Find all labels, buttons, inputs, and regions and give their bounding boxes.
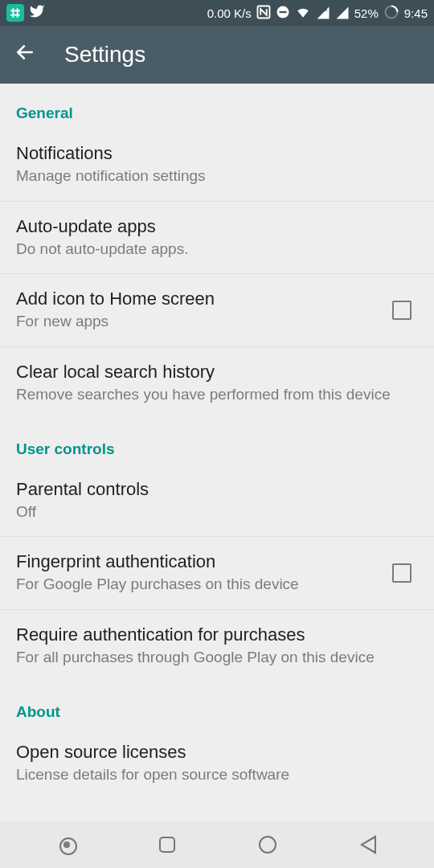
- app-notification-icon: [6, 4, 24, 22]
- netspeed-text: 0.00 K/s: [207, 6, 252, 20]
- svg-rect-1: [17, 8, 18, 18]
- setting-subtitle: Remove searches you have performed from …: [16, 385, 418, 405]
- nav-back-button[interactable]: [358, 834, 379, 855]
- setting-subtitle: Off: [16, 502, 418, 522]
- setting-title: Clear local search history: [16, 362, 418, 383]
- signal-nodata-icon: ×: [316, 6, 330, 20]
- nfc-icon: [256, 5, 271, 22]
- section-general: General: [0, 84, 434, 129]
- setting-add-icon-home[interactable]: Add icon to Home screen For new apps: [0, 274, 434, 347]
- signal-icon: [335, 6, 350, 20]
- battery-percent: 52%: [354, 6, 379, 20]
- status-bar: 0.00 K/s × 52% 9:45: [0, 0, 434, 26]
- setting-title: Fingerprint authentication: [16, 551, 392, 572]
- clock-text: 9:45: [404, 6, 428, 20]
- checkbox-unchecked[interactable]: [392, 301, 411, 320]
- settings-list: General Notifications Manage notificatio…: [0, 84, 434, 800]
- setting-subtitle: For new apps: [16, 312, 392, 332]
- wifi-icon: [295, 5, 311, 22]
- setting-subtitle: For all purchases through Google Play on…: [16, 648, 418, 668]
- setting-notifications[interactable]: Notifications Manage notification settin…: [0, 129, 434, 202]
- triangle-left-icon: [360, 835, 376, 854]
- setting-title: Open source licenses: [16, 742, 418, 763]
- setting-require-auth-purchases[interactable]: Require authentication for purchases For…: [0, 610, 434, 682]
- loading-circle-icon: [383, 4, 399, 23]
- setting-title: Require authentication for purchases: [16, 624, 418, 645]
- setting-subtitle: Manage notification settings: [16, 166, 418, 186]
- section-about: About: [0, 682, 434, 727]
- dot-circle-icon: [63, 841, 70, 848]
- setting-title: Parental controls: [16, 479, 418, 500]
- circle-icon: [259, 836, 276, 854]
- twitter-icon: [29, 3, 45, 23]
- nav-home-button[interactable]: [257, 834, 278, 855]
- nav-recents-button[interactable]: [157, 834, 178, 855]
- setting-subtitle: For Google Play purchases on this device: [16, 575, 392, 595]
- section-user-controls: User controls: [0, 420, 434, 465]
- svg-text:×: ×: [324, 6, 327, 14]
- setting-clear-search-history[interactable]: Clear local search history Remove search…: [0, 347, 434, 420]
- nav-extra-button[interactable]: [56, 834, 77, 855]
- svg-rect-2: [10, 10, 20, 12]
- square-icon: [159, 837, 175, 853]
- setting-title: Auto-update apps: [16, 216, 418, 237]
- svg-rect-0: [13, 8, 14, 18]
- setting-parental-controls[interactable]: Parental controls Off: [0, 465, 434, 538]
- app-bar: Settings: [0, 26, 434, 84]
- setting-subtitle: Do not auto-update apps.: [16, 240, 418, 260]
- setting-auto-update[interactable]: Auto-update apps Do not auto-update apps…: [0, 202, 434, 275]
- setting-open-source-licenses[interactable]: Open source licenses License details for…: [0, 727, 434, 800]
- svg-rect-6: [279, 10, 286, 12]
- setting-subtitle: License details for open source software: [16, 765, 418, 785]
- dnd-icon: [276, 5, 290, 22]
- navigation-bar: [0, 821, 434, 868]
- setting-fingerprint-auth[interactable]: Fingerprint authentication For Google Pl…: [0, 537, 434, 610]
- setting-title: Notifications: [16, 143, 418, 164]
- page-title: Settings: [64, 42, 145, 68]
- svg-rect-3: [10, 14, 20, 16]
- back-arrow-icon[interactable]: [14, 42, 35, 68]
- checkbox-unchecked[interactable]: [392, 563, 411, 583]
- setting-title: Add icon to Home screen: [16, 289, 392, 309]
